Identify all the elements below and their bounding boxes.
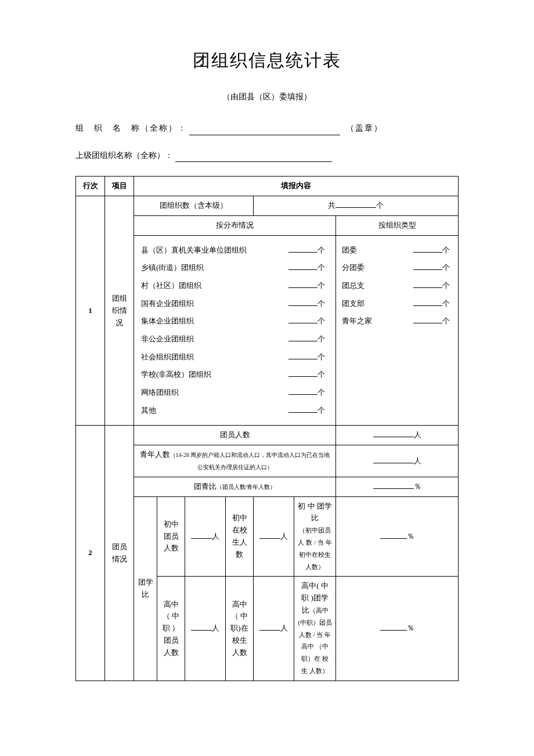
dist-item-label: 其他	[141, 404, 156, 418]
ratio-label: 团青比	[194, 482, 217, 491]
dist-blank[interactable]	[288, 280, 317, 288]
unit-percent: ％	[414, 482, 421, 491]
sr-member-label: 高中（ 中职 ）团员 人数	[157, 577, 185, 681]
header-project: 项目	[105, 177, 134, 196]
org-count-prefix: 共	[328, 201, 335, 210]
org-count-blank[interactable]	[335, 200, 376, 208]
youth-count-blank[interactable]	[373, 455, 414, 463]
org-count-suffix: 个	[376, 201, 384, 210]
parent-org-line: 上级团组织名称（全称）：	[75, 149, 459, 162]
org-name-line: 组 织 名 称（全称）： （盖章）	[75, 122, 459, 135]
unit-person: 人	[414, 430, 421, 439]
dist-item-label: 网络团组织	[141, 386, 179, 400]
by-type-header: 按组织类型	[336, 215, 459, 235]
jr-student-label: 初中在校生人数	[226, 496, 254, 577]
type-item-label: 团委	[342, 243, 357, 258]
dist-item-label: 国有企业团组织	[141, 297, 194, 311]
header-row-num: 行次	[76, 177, 105, 196]
sr-member-blank[interactable]	[191, 622, 212, 631]
org-name-label: 组 织 名 称（全称）：	[75, 124, 187, 132]
dist-blank[interactable]	[288, 315, 317, 323]
jr-member-value: 人	[185, 496, 226, 577]
unit-percent: ％	[407, 532, 414, 541]
ratio-cell: 团青比（团员人数/青年人数）	[134, 477, 336, 496]
dist-blank[interactable]	[288, 333, 317, 341]
unit-person: 人	[280, 532, 288, 541]
sr-ratio-blank[interactable]	[380, 622, 407, 631]
dist-blank[interactable]	[288, 387, 317, 395]
school-ratio-label: 团学比	[134, 496, 157, 681]
dist-blank[interactable]	[288, 405, 317, 413]
type-blank[interactable]	[413, 262, 442, 270]
jr-student-blank[interactable]	[259, 531, 280, 539]
parent-org-blank[interactable]	[175, 152, 332, 162]
dist-blank[interactable]	[288, 298, 317, 306]
table-header: 行次 项目 填报内容	[76, 177, 459, 196]
table-row: 2 团员情况 团员人数 人	[76, 426, 459, 445]
jr-ratio-note: （初中团员人 数 / 当 年初中在校生人数）	[298, 527, 331, 570]
ratio-note: （团员人数/青年人数）	[217, 484, 276, 490]
dist-item-label: 村（社区）团组织	[141, 279, 201, 293]
unit-ge: 个	[317, 246, 325, 254]
dist-blank[interactable]	[288, 351, 317, 359]
main-table: 行次 项目 填报内容 1 团组织情况 团组织数（含本级） 共个 按分布情况 按组…	[75, 176, 459, 681]
unit-percent: ％	[407, 624, 414, 632]
row1-num: 1	[76, 196, 105, 425]
dist-item-label: 非公企业团组织	[141, 332, 194, 347]
member-count-blank[interactable]	[373, 429, 414, 437]
youth-count-note: （14-28 周岁的户籍人口和流动人口，其中流动人口为已在当地公安机关办理居住证…	[170, 452, 330, 470]
page-title: 团组织信息统计表	[75, 46, 459, 74]
dist-blank[interactable]	[288, 262, 317, 270]
unit-ge: 个	[317, 352, 325, 361]
jr-ratio-value: ％	[336, 496, 459, 577]
type-blank[interactable]	[413, 280, 442, 288]
unit-ge: 个	[317, 263, 325, 272]
youth-count-value: 人	[336, 445, 459, 477]
sr-student-label: 高中（ 中职)在 校生 人数	[226, 577, 254, 681]
jr-ratio-cell: 初 中 团学 比（初中团员人 数 / 当 年初中在校生人数）	[294, 496, 336, 577]
unit-person: 人	[414, 456, 421, 465]
header-content: 填报内容	[134, 177, 459, 196]
jr-ratio-blank[interactable]	[380, 531, 407, 539]
unit-ge: 个	[317, 299, 325, 308]
ratio-value: ％	[336, 477, 459, 496]
dist-cell: 县（区）直机关事业单位团组织个 乡镇(街道）团组织个 村（社区）团组织个 国有企…	[134, 235, 336, 426]
row2-num: 2	[76, 426, 105, 681]
jr-member-label: 初中团员人数	[157, 496, 185, 577]
member-count-value: 人	[336, 426, 459, 445]
unit-ge: 个	[442, 316, 450, 325]
by-dist-header: 按分布情况	[134, 215, 336, 235]
type-blank[interactable]	[413, 244, 442, 253]
jr-student-value: 人	[254, 496, 294, 577]
type-cell: 团委个 分团委个 团总支个 团支部个 青年之家个	[336, 235, 459, 426]
row1-project: 团组织情况	[105, 196, 134, 425]
dist-item-label: 社会组织团组织	[141, 350, 194, 365]
unit-ge: 个	[317, 370, 325, 379]
unit-ge: 个	[442, 281, 450, 290]
dist-item-label: 学校(非高校）团组织	[141, 368, 211, 382]
parent-org-label: 上级团组织名称（全称）：	[75, 151, 173, 160]
dist-item-label: 县（区）直机关事业单位团组织	[141, 243, 247, 258]
org-count-label: 团组织数（含本级）	[134, 196, 254, 215]
org-name-suffix: （盖章）	[346, 124, 383, 132]
jr-member-blank[interactable]	[191, 531, 212, 539]
unit-ge: 个	[442, 299, 450, 308]
type-item-label: 团支部	[342, 297, 365, 311]
unit-person: 人	[280, 624, 288, 632]
type-blank[interactable]	[413, 298, 442, 306]
unit-person: 人	[212, 624, 219, 632]
type-blank[interactable]	[413, 315, 442, 323]
unit-person: 人	[212, 532, 219, 541]
sr-member-value: 人	[185, 577, 226, 681]
type-item-label: 分团委	[342, 261, 365, 275]
dist-blank[interactable]	[288, 369, 317, 377]
dist-blank[interactable]	[288, 244, 317, 253]
sr-student-value: 人	[254, 577, 294, 681]
sr-ratio-note: （高中(中职）团员人数 / 当 年 高中 （中职）在 校 生 人数）	[298, 607, 332, 674]
unit-ge: 个	[317, 334, 325, 343]
dist-item-label: 集体企业团组织	[141, 314, 194, 329]
jr-ratio-label: 初 中 团学 比	[298, 502, 332, 523]
ratio-blank[interactable]	[373, 481, 414, 489]
org-name-blank[interactable]	[189, 125, 340, 135]
sr-student-blank[interactable]	[259, 622, 280, 631]
